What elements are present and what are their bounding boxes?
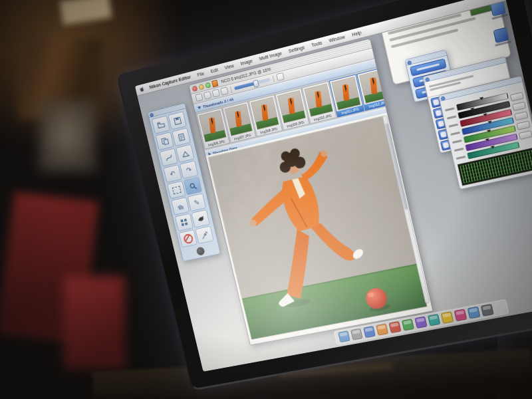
delete-icon[interactable] <box>220 86 229 95</box>
color-adjust-palette <box>438 76 532 190</box>
tool-paste-settings-button[interactable] <box>172 128 190 146</box>
dock-icon[interactable] <box>402 319 414 331</box>
room-books <box>17 39 104 118</box>
grid-icon <box>180 219 188 226</box>
thumbnail-image <box>251 97 279 130</box>
slider-marker[interactable] <box>486 129 491 132</box>
zoom-slider-knob[interactable] <box>253 79 259 88</box>
slider-label-bar <box>452 139 462 143</box>
slider-label-bar <box>447 115 457 119</box>
new-window-icon[interactable] <box>195 93 203 102</box>
menu-file[interactable]: File <box>194 70 207 78</box>
menu-settings[interactable]: Settings <box>285 44 308 55</box>
tool-red-eye-bird-button[interactable] <box>191 209 210 228</box>
slider-marker[interactable] <box>487 120 492 124</box>
dock-icon[interactable] <box>481 304 494 317</box>
room-plastic-bag <box>39 100 96 172</box>
dock-icon[interactable] <box>441 311 454 324</box>
tool-draw-button[interactable]: ✎ <box>188 193 207 211</box>
tool-zoom-button[interactable] <box>184 177 202 196</box>
document-icon <box>211 79 218 87</box>
tool-open-folder-button[interactable] <box>152 115 170 134</box>
dock-icon[interactable] <box>414 317 427 329</box>
apple-menu-icon[interactable] <box>139 86 146 93</box>
photo-canvas[interactable] <box>205 112 432 344</box>
slider-label-bar <box>445 107 455 111</box>
slider-marker[interactable] <box>479 96 483 100</box>
mini-button[interactable] <box>516 120 530 130</box>
close-box-icon[interactable] <box>150 112 154 117</box>
screen: Nikon Capture Editor File Edit View Imag… <box>135 0 532 372</box>
section-icon <box>438 120 444 127</box>
dock-icon[interactable] <box>428 314 440 327</box>
help-icon[interactable] <box>276 72 285 81</box>
room-scene: Nikon Capture Editor File Edit View Imag… <box>0 0 532 399</box>
dock-icon[interactable] <box>376 323 388 335</box>
tool-marquee-button[interactable] <box>167 181 186 200</box>
open-image-icon[interactable] <box>203 91 211 100</box>
tool-rotate-ccw-button[interactable]: ↶ <box>163 164 182 183</box>
slider-marker[interactable] <box>490 145 495 148</box>
round-button[interactable] <box>196 247 205 257</box>
dock-icon[interactable] <box>350 329 363 340</box>
slider-marker[interactable] <box>483 113 487 117</box>
close-box-icon[interactable] <box>407 60 412 65</box>
close-box-icon[interactable] <box>425 77 430 82</box>
slider-label-bar <box>448 123 458 127</box>
tool-grid-button[interactable] <box>175 213 194 232</box>
tool-hand-button[interactable] <box>171 197 190 215</box>
menu-edit[interactable]: Edit <box>207 66 221 74</box>
dock-icon[interactable] <box>467 307 481 319</box>
toolbar-separator <box>273 75 275 82</box>
tool-copy-settings-button[interactable] <box>156 132 174 150</box>
room-red-letter-2 <box>64 276 125 369</box>
zoom-window-button[interactable] <box>205 82 211 88</box>
minimize-button[interactable] <box>198 84 204 90</box>
thumbnail-image <box>331 76 361 110</box>
thumbnail-image <box>304 83 333 117</box>
section-icon <box>440 131 447 138</box>
menu-window[interactable]: Window <box>325 33 348 44</box>
thumbnail-image <box>359 70 386 104</box>
menu-tools[interactable]: Tools <box>308 39 326 48</box>
slider-marker[interactable] <box>470 107 475 111</box>
slider-label-bar <box>456 156 466 160</box>
close-box-icon[interactable] <box>440 96 445 101</box>
zoom-slider-fill <box>234 82 255 90</box>
section-icon <box>433 99 440 106</box>
tool-levels-button[interactable] <box>176 144 194 163</box>
slider-label-bar <box>454 147 464 151</box>
monitor: Nikon Capture Editor File Edit View Imag… <box>116 0 532 391</box>
room-red-letter <box>0 192 99 344</box>
thumbnail-image <box>199 110 227 142</box>
menu-help[interactable]: Help <box>348 29 365 38</box>
desktop-icon-blue-2[interactable] <box>493 27 509 44</box>
marquee-icon <box>172 186 181 194</box>
section-icon <box>443 142 450 148</box>
no-edit-icon <box>182 233 194 244</box>
disclosure-triangle-icon[interactable] <box>198 106 201 109</box>
close-button[interactable] <box>192 85 198 91</box>
menu-image[interactable]: Image <box>237 58 256 67</box>
mini-button[interactable] <box>512 102 526 112</box>
tool-rotate-cw-button[interactable]: ↷ <box>180 160 198 179</box>
menu-multi-image[interactable]: Multi Image <box>255 50 285 62</box>
dock-icon[interactable] <box>363 326 376 338</box>
thumbnail-image <box>225 104 253 136</box>
toolbar-separator <box>230 86 232 92</box>
dock-icon[interactable] <box>388 321 401 333</box>
slider-marker[interactable] <box>485 138 490 141</box>
dock-icon[interactable] <box>338 331 350 342</box>
tool-curves-button[interactable] <box>159 148 178 167</box>
section-icon <box>436 110 442 116</box>
tool-no-edit-button[interactable] <box>179 229 198 247</box>
mini-button[interactable] <box>514 111 528 121</box>
tool-eyedropper-button[interactable] <box>195 225 214 244</box>
thumbnail-image <box>277 90 307 124</box>
menu-app-name[interactable]: Nikon Capture Editor <box>146 74 195 90</box>
menu-view[interactable]: View <box>221 63 237 71</box>
rotate-view-icon[interactable] <box>211 89 219 98</box>
dock-icon[interactable] <box>454 309 467 321</box>
slider-label-bar <box>450 131 460 135</box>
tool-save-button[interactable] <box>168 111 186 130</box>
